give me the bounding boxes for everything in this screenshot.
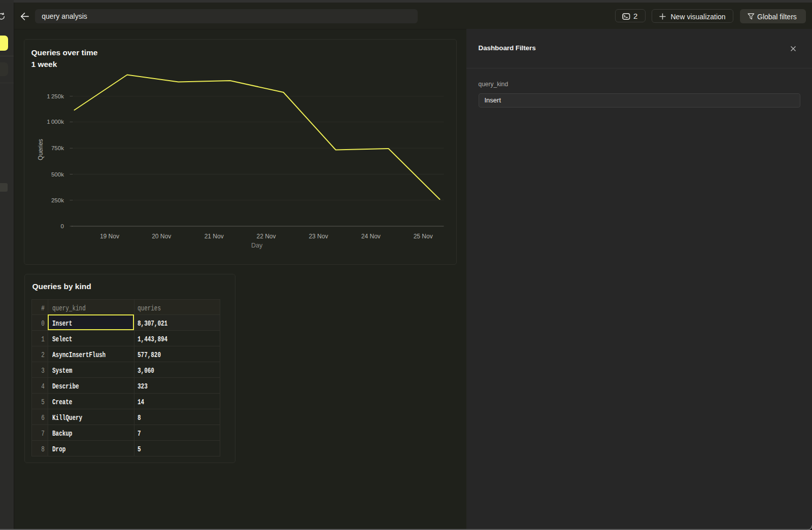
svg-text:0: 0 <box>60 223 63 229</box>
svg-text:Queries: Queries <box>37 139 44 160</box>
svg-text:24 Nov: 24 Nov <box>361 233 380 240</box>
svg-text:25 Nov: 25 Nov <box>413 233 432 240</box>
svg-text:500k: 500k <box>51 171 63 178</box>
svg-text:19 Nov: 19 Nov <box>99 233 119 240</box>
svg-text:250k: 250k <box>51 197 63 203</box>
svg-text:Day: Day <box>251 242 262 249</box>
svg-text:22 Nov: 22 Nov <box>256 233 276 240</box>
svg-text:750k: 750k <box>51 145 63 151</box>
svg-text:1 000k: 1 000k <box>47 119 64 125</box>
svg-text:20 Nov: 20 Nov <box>152 233 171 240</box>
svg-text:23 Nov: 23 Nov <box>309 233 328 240</box>
svg-text:1 250k: 1 250k <box>47 93 64 99</box>
svg-text:21 Nov: 21 Nov <box>204 233 223 240</box>
